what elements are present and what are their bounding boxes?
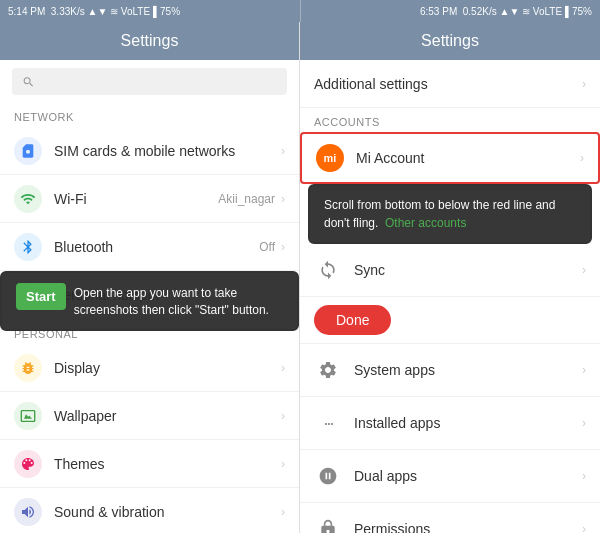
themes-title: Themes xyxy=(54,456,281,472)
system-apps-text: System apps xyxy=(354,362,582,378)
themes-text: Themes xyxy=(54,456,281,472)
icons-right: ▲▼ ≋ VoLTE ▌75% xyxy=(499,6,592,17)
wallpaper-text: Wallpaper xyxy=(54,408,281,424)
dual-apps-arrow: › xyxy=(582,469,586,483)
sound-icon xyxy=(14,498,42,526)
hotspot-wrapper: ≡ Personal hotspot › Start Open the app … xyxy=(0,271,299,320)
start-button[interactable]: Start xyxy=(16,283,66,310)
hotspot-tooltip-text: Open the app you want to take screenshot… xyxy=(74,283,283,319)
sound-text: Sound & vibration xyxy=(54,504,281,520)
sound-item[interactable]: Sound & vibration › xyxy=(0,488,299,533)
installed-apps-icon: ··· xyxy=(314,409,342,437)
installed-apps-text: Installed apps xyxy=(354,415,582,431)
mi-account-title: Mi Account xyxy=(356,150,580,166)
sim-icon xyxy=(14,137,42,165)
status-bar-left: 5:14 PM 3.33K/s ▲▼ ≋ VoLTE ▌75% xyxy=(0,0,300,22)
themes-item[interactable]: Themes › xyxy=(0,440,299,488)
wallpaper-arrow: › xyxy=(281,409,285,423)
mi-account-text: Mi Account xyxy=(356,150,580,166)
sync-arrow: › xyxy=(582,263,586,277)
bluetooth-value: Off xyxy=(259,240,275,254)
wifi-value: Akii_nagar xyxy=(218,192,275,206)
search-icon xyxy=(22,75,35,89)
left-header: Settings xyxy=(0,22,299,60)
bluetooth-title: Bluetooth xyxy=(54,239,259,255)
additional-settings-item[interactable]: Additional settings › xyxy=(300,60,600,108)
sound-arrow: › xyxy=(281,505,285,519)
bluetooth-arrow: › xyxy=(281,240,285,254)
mi-account-icon: mi xyxy=(316,144,344,172)
sim-item[interactable]: SIM cards & mobile networks › xyxy=(0,127,299,175)
right-panel: Settings Additional settings › ACCOUNTS … xyxy=(300,22,600,533)
permissions-icon xyxy=(314,515,342,533)
wallpaper-title: Wallpaper xyxy=(54,408,281,424)
status-bar-right: 6:53 PM 0.52K/s ▲▼ ≋ VoLTE ▌75% xyxy=(301,0,601,22)
sim-arrow: › xyxy=(281,144,285,158)
network-right: 0.52K/s xyxy=(463,6,497,17)
scroll-tooltip: Scroll from bottom to below the red line… xyxy=(308,184,592,244)
permissions-text: Permissions xyxy=(354,521,582,533)
wallpaper-icon xyxy=(14,402,42,430)
mi-account-item[interactable]: mi Mi Account › xyxy=(300,132,600,184)
display-text: Display xyxy=(54,360,281,376)
installed-apps-item[interactable]: ··· Installed apps › xyxy=(300,397,600,450)
display-arrow: › xyxy=(281,361,285,375)
time-right: 6:53 PM xyxy=(420,6,457,17)
sim-title: SIM cards & mobile networks xyxy=(54,143,281,159)
wifi-text: Wi-Fi xyxy=(54,191,218,207)
wifi-arrow: › xyxy=(281,192,285,206)
right-header: Settings xyxy=(300,22,600,60)
dual-apps-text: Dual apps xyxy=(354,468,582,484)
search-bar[interactable] xyxy=(12,68,287,95)
dual-apps-icon xyxy=(314,462,342,490)
installed-apps-arrow: › xyxy=(582,416,586,430)
additional-settings-text: Additional settings xyxy=(314,76,582,92)
wifi-icon xyxy=(14,185,42,213)
left-panel: Settings NETWORK SIM cards & mobile netw… xyxy=(0,22,300,533)
dual-apps-item[interactable]: Dual apps › xyxy=(300,450,600,503)
display-item[interactable]: Display › xyxy=(0,344,299,392)
mi-account-wrapper: mi Mi Account › Scroll from bottom to be… xyxy=(300,132,600,244)
main-container: Settings NETWORK SIM cards & mobile netw… xyxy=(0,22,600,533)
wifi-title: Wi-Fi xyxy=(54,191,218,207)
done-button[interactable]: Done xyxy=(314,305,391,335)
sync-text: Sync xyxy=(354,262,582,278)
hotspot-tooltip: Start Open the app you want to take scre… xyxy=(0,271,299,331)
wifi-item[interactable]: Wi-Fi Akii_nagar › xyxy=(0,175,299,223)
system-apps-arrow: › xyxy=(582,363,586,377)
sim-text: SIM cards & mobile networks xyxy=(54,143,281,159)
system-apps-icon xyxy=(314,356,342,384)
time-left: 5:14 PM xyxy=(8,6,45,17)
sync-item[interactable]: Sync › xyxy=(300,244,600,297)
system-apps-item[interactable]: System apps › xyxy=(300,344,600,397)
status-bar: 5:14 PM 3.33K/s ▲▼ ≋ VoLTE ▌75% 6:53 PM … xyxy=(0,0,600,22)
permissions-item[interactable]: Permissions › xyxy=(300,503,600,533)
icons-left: ▲▼ ≋ VoLTE ▌75% xyxy=(88,6,181,17)
accounts-label: ACCOUNTS xyxy=(300,108,600,132)
permissions-arrow: › xyxy=(582,522,586,533)
themes-icon xyxy=(14,450,42,478)
wallpaper-item[interactable]: Wallpaper › xyxy=(0,392,299,440)
sound-title: Sound & vibration xyxy=(54,504,281,520)
network-left: 3.33K/s xyxy=(51,6,85,17)
bluetooth-icon xyxy=(14,233,42,261)
done-btn-wrapper: Done xyxy=(300,297,600,344)
mi-account-arrow: › xyxy=(580,151,584,165)
search-input[interactable] xyxy=(41,74,277,89)
bluetooth-item[interactable]: Bluetooth Off › xyxy=(0,223,299,271)
display-icon xyxy=(14,354,42,382)
right-scroll[interactable]: Additional settings › ACCOUNTS mi Mi Acc… xyxy=(300,60,600,533)
bluetooth-text: Bluetooth xyxy=(54,239,259,255)
network-section-label: NETWORK xyxy=(0,103,299,127)
additional-settings-arrow: › xyxy=(582,77,586,91)
display-title: Display xyxy=(54,360,281,376)
themes-arrow: › xyxy=(281,457,285,471)
sync-icon xyxy=(314,256,342,284)
other-accounts-highlight: Other accounts xyxy=(385,216,466,230)
